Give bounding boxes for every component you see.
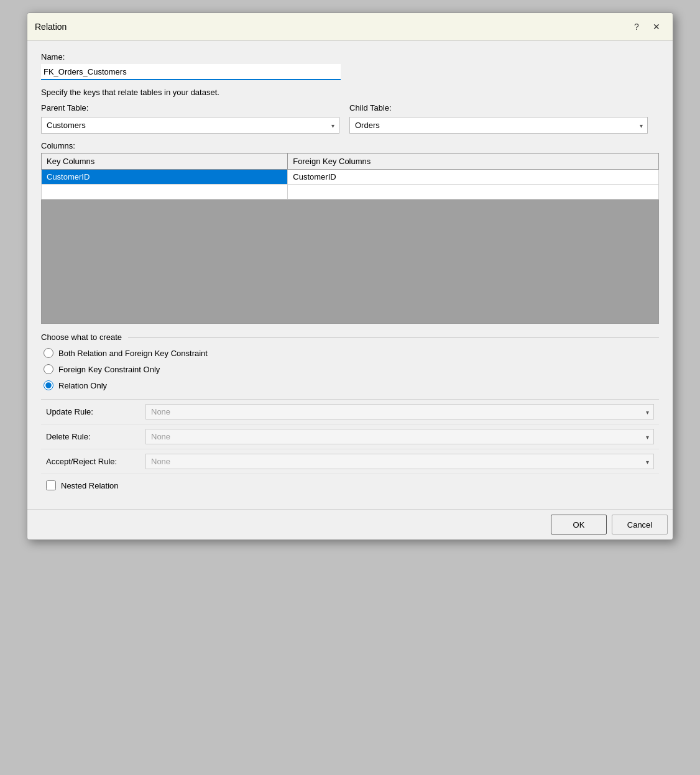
nested-relation-label[interactable]: Nested Relation (61, 481, 119, 490)
col-header-key: Key Columns (42, 154, 288, 170)
child-table-group: Child Table: Orders ▾ (349, 103, 648, 134)
delete-rule-select[interactable]: None (145, 429, 654, 444)
ok-button[interactable]: OK (551, 515, 607, 534)
radio-group: Both Relation and Foreign Key Constraint… (41, 348, 659, 390)
columns-table: Key Columns Foreign Key Columns Customer… (41, 153, 659, 199)
columns-area: Key Columns Foreign Key Columns Customer… (41, 153, 659, 324)
create-section-divider: Choose what to create (41, 332, 659, 342)
dialog-content: Name: Specify the keys that relate table… (27, 41, 673, 509)
rule-rows: Update Rule: None ▾ Delete Rule: None ▾ (41, 399, 659, 474)
table-row[interactable]: CustomerID CustomerID (42, 170, 659, 185)
dialog-title: Relation (35, 22, 67, 32)
key-column-cell: CustomerID (42, 170, 288, 185)
parent-table-label: Parent Table: (41, 103, 339, 112)
table-row[interactable] (42, 185, 659, 199)
child-table-select[interactable]: Orders (349, 117, 648, 134)
key-column-cell-empty (42, 185, 288, 199)
update-rule-label: Update Rule: (46, 407, 145, 416)
update-rule-select-wrapper: None ▾ (145, 404, 654, 420)
tables-row: Parent Table: Customers ▾ Child Table: O… (41, 103, 659, 134)
fk-column-cell-empty (288, 185, 659, 199)
accept-reject-rule-label: Accept/Reject Rule: (46, 457, 145, 466)
radio-relation-only-input[interactable] (44, 380, 53, 390)
update-rule-select[interactable]: None (145, 404, 654, 420)
relation-dialog: Relation ? ✕ Name: Specify the keys that… (27, 12, 673, 540)
parent-table-group: Parent Table: Customers ▾ (41, 103, 339, 134)
divider-line (128, 337, 659, 337)
title-bar-right: ? ✕ (628, 18, 665, 35)
close-button[interactable]: ✕ (648, 18, 665, 35)
delete-rule-select-wrapper: None ▾ (145, 429, 654, 444)
columns-gray-area (41, 199, 659, 324)
radio-fk-only-label: Foreign Key Constraint Only (58, 365, 160, 374)
name-label: Name: (41, 52, 659, 62)
help-button[interactable]: ? (628, 18, 645, 35)
nested-relation-checkbox[interactable] (46, 480, 56, 490)
button-row: OK Cancel (27, 509, 673, 539)
update-rule-row: Update Rule: None ▾ (41, 400, 659, 424)
radio-both-label: Both Relation and Foreign Key Constraint (58, 349, 208, 358)
subtitle-text: Specify the keys that relate tables in y… (41, 88, 659, 97)
parent-table-select-wrapper: Customers ▾ (41, 117, 339, 134)
radio-relation-only-label: Relation Only (58, 381, 107, 390)
accept-reject-rule-row: Accept/Reject Rule: None ▾ (41, 449, 659, 474)
accept-reject-rule-select[interactable]: None (145, 454, 654, 469)
parent-table-select[interactable]: Customers (41, 117, 339, 134)
columns-label: Columns: (41, 141, 659, 150)
radio-fk-only-input[interactable] (44, 364, 53, 374)
radio-fk-only[interactable]: Foreign Key Constraint Only (44, 364, 659, 374)
delete-rule-label: Delete Rule: (46, 432, 145, 441)
accept-reject-rule-select-wrapper: None ▾ (145, 454, 654, 469)
radio-relation-only[interactable]: Relation Only (44, 380, 659, 390)
name-input[interactable] (41, 64, 341, 80)
child-table-select-wrapper: Orders ▾ (349, 117, 648, 134)
cancel-button[interactable]: Cancel (612, 515, 668, 534)
child-table-label: Child Table: (349, 103, 648, 112)
title-bar: Relation ? ✕ (27, 13, 673, 41)
radio-both[interactable]: Both Relation and Foreign Key Constraint (44, 348, 659, 358)
create-section-label: Choose what to create (41, 332, 122, 342)
delete-rule-row: Delete Rule: None ▾ (41, 424, 659, 449)
title-bar-left: Relation (35, 22, 67, 32)
col-header-fk: Foreign Key Columns (288, 154, 659, 170)
fk-column-cell: CustomerID (288, 170, 659, 185)
radio-both-input[interactable] (44, 348, 53, 358)
nested-relation-row: Nested Relation (41, 474, 659, 499)
